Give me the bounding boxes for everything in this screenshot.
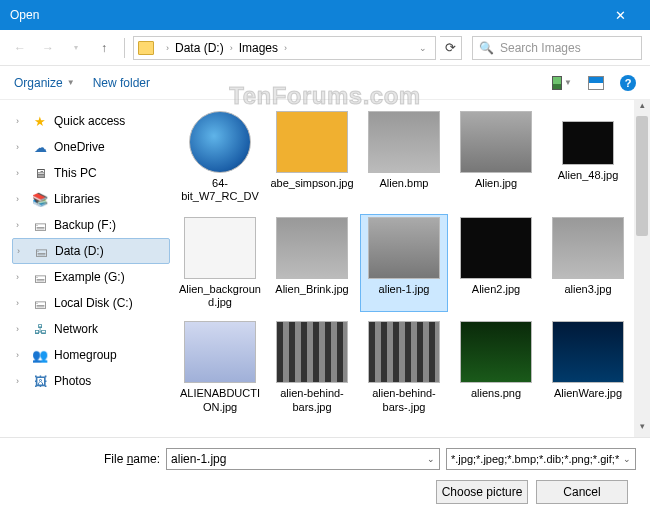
scroll-down-arrow[interactable]: ▾: [634, 421, 650, 437]
file-item[interactable]: alien-behind-bars-.jpg: [360, 318, 448, 416]
sidebar-item-onedrive[interactable]: ›☁OneDrive: [12, 134, 170, 160]
breadcrumb-seg2[interactable]: Images: [239, 41, 278, 55]
thumbnail: [184, 321, 256, 383]
refresh-button[interactable]: ⟳: [440, 36, 462, 60]
nav-separator: [124, 38, 125, 58]
file-item[interactable]: 64-bit_W7_RC_DVD_Label.png: [176, 108, 264, 208]
up-button[interactable]: ↑: [92, 36, 116, 60]
file-grid: 64-bit_W7_RC_DVD_Label.png abe_simpson.j…: [176, 108, 644, 417]
cloud-icon: ☁: [32, 139, 48, 155]
sidebar: ›★Quick access ›☁OneDrive ›🖥This PC ›📚Li…: [0, 100, 170, 437]
thumbnail: [368, 111, 440, 173]
folder-icon: [138, 41, 154, 55]
thumbnail: [276, 111, 348, 173]
breadcrumb-seg1[interactable]: Data (D:): [175, 41, 224, 55]
file-item[interactable]: Alien_background.jpg: [176, 214, 264, 312]
recent-dropdown[interactable]: ▾: [64, 36, 88, 60]
view-menu[interactable]: ▼: [552, 75, 572, 91]
organize-menu[interactable]: Organize ▼: [14, 76, 75, 90]
thumbnail: [460, 217, 532, 279]
file-item[interactable]: Alien_48.jpg: [544, 108, 632, 208]
sidebar-item-quick-access[interactable]: ›★Quick access: [12, 108, 170, 134]
back-button[interactable]: ←: [8, 36, 32, 60]
choose-picture-button[interactable]: Choose picture: [436, 480, 528, 504]
sidebar-item-backup[interactable]: ›🖴Backup (F:): [12, 212, 170, 238]
titlebar: Open ✕: [0, 0, 650, 30]
drive-icon: 🖴: [32, 295, 48, 311]
thumbnail: [276, 321, 348, 383]
breadcrumb-sep: ›: [230, 43, 233, 53]
cancel-button[interactable]: Cancel: [536, 480, 628, 504]
scroll-thumb[interactable]: [636, 116, 648, 236]
forward-button[interactable]: →: [36, 36, 60, 60]
new-folder-button[interactable]: New folder: [93, 76, 150, 90]
file-item[interactable]: Alien.jpg: [452, 108, 540, 208]
chevron-down-icon[interactable]: ⌄: [623, 454, 631, 464]
file-content-area: 64-bit_W7_RC_DVD_Label.png abe_simpson.j…: [170, 100, 650, 437]
breadcrumb-dropdown[interactable]: ⌄: [415, 43, 431, 53]
filetype-select[interactable]: *.jpg;*.jpeg;*.bmp;*.dib;*.png;*.gif;*.j…: [446, 448, 636, 470]
sidebar-item-this-pc[interactable]: ›🖥This PC: [12, 160, 170, 186]
help-button[interactable]: ?: [620, 75, 636, 91]
thumbnail: [189, 111, 251, 173]
file-item[interactable]: alien3.jpg: [544, 214, 632, 312]
thumbnail: [460, 111, 532, 173]
thumbnail: [460, 321, 532, 383]
file-item[interactable]: Alien.bmp: [360, 108, 448, 208]
file-item[interactable]: AlienWare.jpg: [544, 318, 632, 416]
libraries-icon: 📚: [32, 191, 48, 207]
preview-pane-button[interactable]: [586, 75, 606, 91]
thumbnail: [552, 217, 624, 279]
thumbnail: [276, 217, 348, 279]
window-title: Open: [10, 8, 600, 22]
panel-icon: [588, 76, 604, 90]
thumbnail: [368, 217, 440, 279]
file-item[interactable]: abe_simpson.jpg: [268, 108, 356, 208]
file-item[interactable]: alien-1.jpg: [360, 214, 448, 312]
file-item[interactable]: alien-behind-bars.jpg: [268, 318, 356, 416]
close-button[interactable]: ✕: [600, 8, 640, 23]
breadcrumb-sep: ›: [284, 43, 287, 53]
drive-icon: 🖴: [32, 217, 48, 233]
filename-input[interactable]: alien-1.jpg ⌄: [166, 448, 440, 470]
chevron-down-icon: ▼: [67, 78, 75, 87]
sidebar-item-photos[interactable]: ›🖼Photos: [12, 368, 170, 394]
search-icon: 🔍: [479, 41, 494, 55]
bottom-panel: File name: alien-1.jpg ⌄ *.jpg;*.jpeg;*.…: [0, 437, 650, 505]
sidebar-item-local-disk[interactable]: ›🖴Local Disk (C:): [12, 290, 170, 316]
sidebar-item-libraries[interactable]: ›📚Libraries: [12, 186, 170, 212]
thumbnail: [368, 321, 440, 383]
pc-icon: 🖥: [32, 165, 48, 181]
navbar: ← → ▾ ↑ › Data (D:) › Images › ⌄ ⟳ 🔍 Sea…: [0, 30, 650, 66]
network-icon: 🖧: [32, 321, 48, 337]
filename-label: File name:: [14, 452, 160, 466]
scrollbar[interactable]: ▴ ▾: [634, 100, 650, 437]
breadcrumb-sep: ›: [166, 43, 169, 53]
sidebar-item-example[interactable]: ›🖴Example (G:): [12, 264, 170, 290]
search-input[interactable]: 🔍 Search Images: [472, 36, 642, 60]
photos-icon: 🖼: [32, 373, 48, 389]
thumbnail: [552, 321, 624, 383]
search-placeholder: Search Images: [500, 41, 581, 55]
button-row: Choose picture Cancel: [14, 480, 636, 504]
scroll-up-arrow[interactable]: ▴: [634, 100, 650, 116]
filename-row: File name: alien-1.jpg ⌄ *.jpg;*.jpeg;*.…: [14, 448, 636, 470]
chevron-down-icon[interactable]: ⌄: [427, 454, 435, 464]
thumbnail: [184, 217, 256, 279]
homegroup-icon: 👥: [32, 347, 48, 363]
drive-icon: 🖴: [32, 269, 48, 285]
thumbnail: [562, 121, 614, 165]
breadcrumb[interactable]: › Data (D:) › Images › ⌄: [133, 36, 436, 60]
picture-icon: [552, 76, 562, 90]
file-item[interactable]: aliens.png: [452, 318, 540, 416]
sidebar-item-data[interactable]: ›🖴Data (D:): [12, 238, 170, 264]
main-area: ›★Quick access ›☁OneDrive ›🖥This PC ›📚Li…: [0, 100, 650, 437]
drive-icon: 🖴: [33, 243, 49, 259]
file-item[interactable]: Alien_Brink.jpg: [268, 214, 356, 312]
sidebar-item-homegroup[interactable]: ›👥Homegroup: [12, 342, 170, 368]
star-icon: ★: [32, 113, 48, 129]
file-item[interactable]: ALIENABDUCTION.jpg: [176, 318, 264, 416]
toolbar: Organize ▼ New folder ▼ ?: [0, 66, 650, 100]
sidebar-item-network[interactable]: ›🖧Network: [12, 316, 170, 342]
file-item[interactable]: Alien2.jpg: [452, 214, 540, 312]
